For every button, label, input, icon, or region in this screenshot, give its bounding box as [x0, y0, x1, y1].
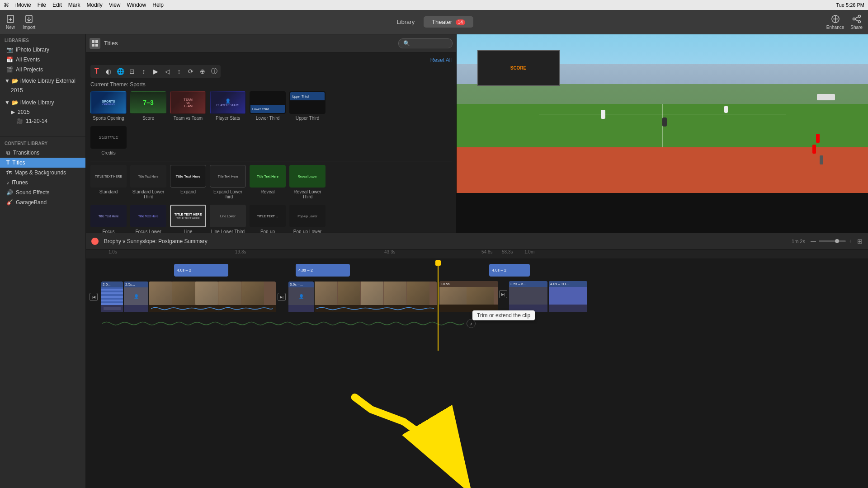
title-clip-1[interactable]: 4.0s – 2 — [174, 264, 228, 277]
content-lib-transitions[interactable]: ⧉ Transitions — [0, 148, 85, 158]
content-lib-itunes[interactable]: ♪ iTunes — [0, 178, 85, 188]
transform-icon[interactable]: ⊕ — [198, 67, 207, 76]
svg-point-8 — [858, 15, 860, 18]
title-clip-3[interactable]: 4.0s – 2 — [489, 264, 530, 277]
thumb-lower-third[interactable]: Lower Third Lower Third — [250, 91, 286, 121]
zoom-out-icon[interactable]: — — [811, 238, 816, 244]
thumb-credits[interactable]: SUBTITLE Credits — [90, 126, 127, 155]
thumb-focus-lower-third[interactable]: Title Text Here Focus Lower Third — [130, 205, 166, 233]
sidebar-item-allevents[interactable]: 📅 All Events — [0, 55, 85, 65]
grid-view-button[interactable] — [90, 38, 100, 49]
modify-menu[interactable]: Modify — [86, 2, 102, 8]
transport-controls-2: ▶| — [278, 293, 286, 301]
thumb-expand-lower-third[interactable]: Title Text Here Expand Lower Third — [210, 165, 246, 199]
film-icon: 🎥 — [16, 118, 23, 124]
other-thumbnails-row: TITLE TEXT HERE Standard Title Text Here… — [90, 165, 452, 199]
globe-tool-icon[interactable]: 🌐 — [116, 67, 125, 76]
music-note-icon[interactable]: ♪ — [467, 319, 476, 328]
edit-menu[interactable]: Edit — [52, 2, 62, 8]
sidebar-item-iphoto[interactable]: 📷 iPhoto Library — [0, 45, 85, 55]
window-menu[interactable]: Window — [127, 2, 146, 8]
info-icon[interactable]: ⓘ — [210, 67, 219, 76]
zoom-in-icon[interactable]: + — [849, 238, 852, 244]
timecode-4: 54.8s — [481, 249, 492, 254]
video-tool-icon[interactable]: ▶ — [151, 67, 160, 76]
thumb-team-vs-team[interactable]: TEAMvsTEAM Team vs Team — [170, 91, 206, 121]
library-tab[interactable]: Library — [388, 16, 423, 28]
content-lib-titles[interactable]: T Titles — [0, 158, 85, 168]
garageband-icon: 🎸 — [6, 199, 13, 206]
content-lib-soundeffects[interactable]: 🔊 Sound Effects — [0, 188, 85, 197]
reset-all-button[interactable]: Reset All — [430, 57, 452, 63]
imovie-11-20-14[interactable]: 🎥 11-20-14 — [0, 117, 85, 126]
toolbar-center-tabs: Library Theater 14 — [42, 16, 819, 28]
standard-lower-label: Standard Lower Third — [130, 189, 166, 199]
thumb-line-lower-third[interactable]: Line Lower Line Lower Third — [210, 205, 246, 233]
thumb-reveal[interactable]: Title Text Here Reveal — [250, 165, 286, 199]
clip-105s[interactable]: 10.5s — [439, 281, 498, 312]
thumb-reveal-lower-third[interactable]: Reveal Lower Reveal Lower Third — [289, 165, 326, 199]
apple-menu[interactable]: ⌘ — [4, 2, 9, 8]
thumb-upper-third[interactable]: Upper Third Upper Third — [289, 91, 326, 121]
credits-label: Credits — [101, 150, 116, 155]
crop-tool-icon[interactable]: ⊡ — [127, 67, 137, 76]
browser-search-input[interactable] — [398, 38, 453, 48]
transport-controls: |◀ — [90, 293, 98, 301]
timeline-close-button[interactable] — [91, 238, 99, 245]
clip-2s[interactable]: 2.0... — [101, 282, 123, 312]
imovie-2015[interactable]: ▶ 2015 — [0, 108, 85, 117]
new-button[interactable]: New — [5, 14, 15, 30]
thumb-expand[interactable]: Title Text Here Expand — [170, 165, 206, 199]
sidebar-item-allprojects[interactable]: 🎬 All Projects — [0, 65, 85, 75]
timeline-header: Brophy v Sunnyslope: Postgame Summary 1m… — [86, 233, 868, 249]
imovie-group[interactable]: ▼ 📂 iMovie Library — [0, 98, 85, 108]
file-menu[interactable]: File — [38, 2, 46, 8]
rotate-tool-icon[interactable]: ↕ — [139, 67, 148, 76]
timecode-3: 43.3s — [384, 249, 395, 254]
svg-rect-16 — [95, 44, 98, 47]
clip-3s[interactable]: 3.0s –... 👤 — [288, 282, 314, 312]
thumb-sports-opening[interactable]: SPORTS OPENING Sports Opening — [90, 91, 127, 121]
stabilize-icon[interactable]: ⟳ — [186, 67, 195, 76]
content-lib-garageband[interactable]: 🎸 GarageBand — [0, 197, 85, 207]
help-menu[interactable]: Help — [152, 2, 164, 8]
speed-tool-icon[interactable]: ↕ — [175, 67, 184, 76]
share-button[interactable]: Share — [850, 14, 863, 30]
thumb-standard[interactable]: TITLE TEXT HERE Standard — [90, 165, 127, 199]
left-sidebar: LIBRARIES 📷 iPhoto Library 📅 All Events … — [0, 34, 86, 488]
thumb-popup-lower-third[interactable]: Pop-up Lower Pop-up Lower Third — [289, 205, 326, 233]
skip-back-button[interactable]: |◀ — [90, 293, 98, 301]
title-clip-2[interactable]: 4.0s – 2 — [296, 264, 350, 277]
blur-tool-icon[interactable]: ◐ — [104, 67, 113, 76]
content-lib-maps[interactable]: 🗺 Maps & Backgrounds — [0, 168, 85, 178]
svg-line-12 — [855, 19, 858, 21]
clip-video-2[interactable] — [315, 282, 437, 312]
imovie-external-group[interactable]: ▼ 📂 iMovie Library External — [0, 76, 85, 86]
audio-tool-icon[interactable]: ◁ — [163, 67, 172, 76]
clip-video-main[interactable] — [149, 282, 276, 312]
grid-toggle-icon[interactable]: ⊞ — [857, 238, 863, 245]
mark-menu[interactable]: Mark — [68, 2, 80, 8]
clip-35s[interactable]: 3.5s – 6... — [509, 281, 547, 312]
thumb-line[interactable]: TITLE TEXT HERE TITLE TEXT HERE Line — [170, 205, 206, 233]
thumb-player-stats[interactable]: 👤 PLAYER STATS Player Stats — [210, 91, 246, 121]
imovie-menu[interactable]: iMovie — [15, 2, 31, 8]
clip-25s[interactable]: 2.5s... 👤 — [124, 282, 148, 312]
text-tool-icon[interactable]: T — [92, 67, 101, 76]
clip-4s-th[interactable]: 4.0s – TH... — [549, 281, 587, 312]
thumb-standard-lower-third[interactable]: Title Text Here Standard Lower Third — [130, 165, 166, 199]
thumb-focus[interactable]: Title Text Here Focus — [90, 205, 127, 233]
enhance-button[interactable]: Enhance — [826, 14, 844, 30]
import-button[interactable]: Import — [23, 14, 35, 30]
external-2015[interactable]: 2015 — [0, 86, 85, 95]
theater-tab[interactable]: Theater 14 — [424, 16, 473, 28]
skip-forward-button[interactable]: ▶| — [278, 293, 286, 301]
focus-label: Focus — [102, 229, 114, 233]
thumb-popup[interactable]: TITLE TEXT ... Pop-up — [250, 205, 286, 233]
timeline-area: Brophy v Sunnyslope: Postgame Summary 1m… — [86, 233, 868, 488]
preview-video-area: SCORE — [457, 34, 868, 233]
thumb-score[interactable]: 7–3 Score — [130, 91, 166, 121]
svg-point-9 — [853, 18, 855, 20]
view-menu[interactable]: View — [109, 2, 121, 8]
skip-forward-2[interactable]: ▶| — [499, 290, 507, 298]
